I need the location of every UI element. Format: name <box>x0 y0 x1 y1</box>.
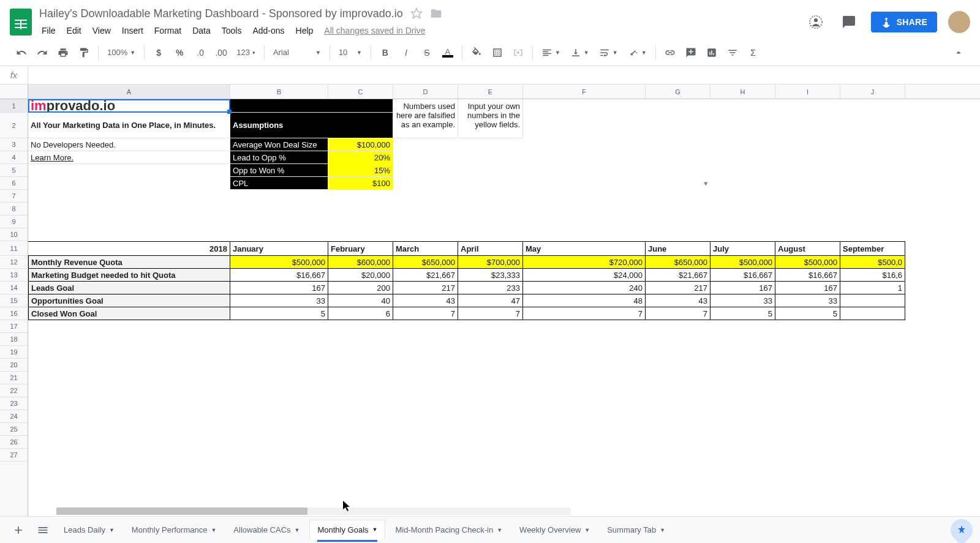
cell[interactable]: 43 <box>393 294 458 307</box>
cell[interactable]: $720,000 <box>523 256 646 269</box>
redo-icon[interactable] <box>33 43 51 62</box>
cell[interactable]: Average Won Deal Size <box>230 138 328 151</box>
row-header-25[interactable]: 25 <box>0 423 28 436</box>
bold-icon[interactable]: B <box>376 43 394 62</box>
cell[interactable]: 40 <box>328 294 393 307</box>
cell[interactable]: $700,000 <box>458 256 523 269</box>
row-header-21[interactable]: 21 <box>0 372 28 384</box>
cell[interactable]: $20,000 <box>328 269 393 282</box>
horizontal-scrollbar[interactable] <box>56 507 571 515</box>
cell[interactable]: March <box>393 241 458 256</box>
cell[interactable]: 167 <box>775 282 840 294</box>
cell[interactable]: 47 <box>458 294 523 307</box>
vertical-align-dropdown[interactable]: ▼ <box>567 43 593 62</box>
cell[interactable]: 43 <box>646 294 710 307</box>
cell[interactable] <box>840 307 905 320</box>
doc-title[interactable]: Hailey's Downloadable Marketing Dashboar… <box>37 7 403 20</box>
col-header-J[interactable]: J <box>840 84 905 99</box>
cell[interactable] <box>230 99 393 113</box>
row-header-2[interactable]: 2 <box>0 113 28 138</box>
cell[interactable]: 48 <box>523 294 646 307</box>
share-button[interactable]: SHARE <box>871 12 937 32</box>
fx-icon[interactable]: fx <box>0 66 28 84</box>
sheet-tab-allowable-cacs[interactable]: Allowable CACs▼ <box>226 520 307 540</box>
row-header-27[interactable]: 27 <box>0 449 28 462</box>
cell[interactable]: $16,667 <box>775 269 840 282</box>
sheet-tab-monthly-performance[interactable]: Monthly Performance▼ <box>124 520 224 540</box>
cell[interactable]: $23,333 <box>458 269 523 282</box>
menu-add-ons[interactable]: Add-ons <box>247 23 289 38</box>
cell[interactable]: No Developers Needed. <box>28 138 230 151</box>
col-header-H[interactable]: H <box>710 84 775 99</box>
cell[interactable]: $500,0 <box>840 256 905 269</box>
decrement-decimal-icon[interactable]: .0 <box>191 43 209 62</box>
menu-insert[interactable]: Insert <box>117 23 148 38</box>
cell[interactable]: All Your Marketing Data in One Place, in… <box>28 113 230 138</box>
sheet-tab-monthly-goals[interactable]: Monthly Goals▼ <box>309 520 385 539</box>
row-header-11[interactable]: 11 <box>0 241 28 256</box>
row-header-6[interactable]: 6 <box>0 177 28 190</box>
cell[interactable]: $100 <box>328 177 393 190</box>
menu-edit[interactable]: Edit <box>62 23 86 38</box>
star-icon[interactable] <box>410 7 423 20</box>
number-format-dropdown[interactable]: 123▾ <box>233 43 259 62</box>
row-header-9[interactable]: 9 <box>0 215 28 228</box>
move-folder-icon[interactable] <box>430 7 442 20</box>
row-header-10[interactable]: 10 <box>0 228 28 241</box>
col-header-I[interactable]: I <box>775 84 840 99</box>
font-size-dropdown[interactable]: 10▼ <box>335 43 366 62</box>
cell[interactable]: August <box>775 241 840 256</box>
cell[interactable]: $100,000 <box>328 138 393 151</box>
row-header-23[interactable]: 23 <box>0 397 28 410</box>
cell[interactable]: 7 <box>646 307 710 320</box>
cell[interactable]: $500,000 <box>775 256 840 269</box>
cell[interactable]: 5 <box>710 307 775 320</box>
cell[interactable]: 7 <box>458 307 523 320</box>
cell[interactable]: CPL <box>230 177 328 190</box>
print-icon[interactable] <box>54 43 72 62</box>
cell[interactable]: 33 <box>710 294 775 307</box>
cell[interactable]: 20% <box>328 151 393 164</box>
user-avatar[interactable] <box>948 11 970 33</box>
cell[interactable] <box>840 294 905 307</box>
sheet-tab-summary-tab[interactable]: Summary Tab▼ <box>600 520 673 540</box>
explore-icon[interactable] <box>946 514 978 543</box>
cell[interactable]: $600,000 <box>328 256 393 269</box>
collapse-toolbar-icon[interactable] <box>949 43 968 62</box>
fill-color-icon[interactable] <box>467 43 486 62</box>
cell[interactable]: 1 <box>840 282 905 294</box>
cell[interactable]: $24,000 <box>523 269 646 282</box>
cell[interactable]: January <box>230 241 328 256</box>
cell[interactable]: $21,667 <box>646 269 710 282</box>
menu-data[interactable]: Data <box>187 23 216 38</box>
row-header-12[interactable]: 12 <box>0 256 28 269</box>
menu-format[interactable]: Format <box>149 23 186 38</box>
cell[interactable]: 217 <box>393 282 458 294</box>
row-header-16[interactable]: 16 <box>0 307 28 320</box>
cell[interactable]: Marketing Budget needed to hit Quota <box>28 269 230 282</box>
cell[interactable]: Numbers used here are falsified as an ex… <box>393 99 458 138</box>
sheet-tab-weekly-overview[interactable]: Weekly Overview▼ <box>512 520 597 540</box>
cell[interactable]: ▾ <box>646 177 710 190</box>
cell[interactable]: Opp to Won % <box>230 164 328 177</box>
cell[interactable]: 15% <box>328 164 393 177</box>
comments-icon[interactable] <box>838 11 860 33</box>
cell[interactable]: 167 <box>230 282 328 294</box>
cell[interactable]: $16,667 <box>230 269 328 282</box>
menu-help[interactable]: Help <box>291 23 318 38</box>
row-header-22[interactable]: 22 <box>0 384 28 397</box>
horizontal-align-dropdown[interactable]: ▼ <box>538 43 564 62</box>
menu-file[interactable]: File <box>37 23 61 38</box>
row-header-7[interactable]: 7 <box>0 190 28 203</box>
cell[interactable]: 5 <box>230 307 328 320</box>
paint-format-icon[interactable] <box>75 43 93 62</box>
row-header-15[interactable]: 15 <box>0 294 28 307</box>
cell[interactable]: Learn More. <box>28 151 230 164</box>
cell[interactable]: 6 <box>328 307 393 320</box>
cell[interactable]: Lead to Opp % <box>230 151 328 164</box>
col-header-B[interactable]: B <box>230 84 328 99</box>
cell[interactable]: 7 <box>393 307 458 320</box>
insert-link-icon[interactable] <box>661 43 679 62</box>
row-header-1[interactable]: 1 <box>0 99 28 113</box>
cell[interactable]: $21,667 <box>393 269 458 282</box>
